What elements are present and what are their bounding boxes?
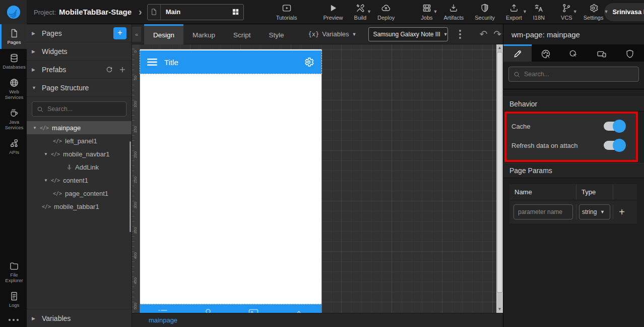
rail-item-label: Java Services	[2, 120, 27, 131]
tab-script[interactable]: Script	[224, 24, 260, 44]
image-icon[interactable]	[247, 307, 260, 313]
tab-style[interactable]: Style	[260, 24, 293, 44]
tree-scrollbar[interactable]	[130, 141, 131, 232]
hamburger-icon[interactable]	[147, 58, 157, 66]
inspector-tab-cursor-click[interactable]	[560, 44, 588, 62]
preview-button[interactable]: Preview	[322, 3, 344, 21]
property-search-wrap	[503, 62, 644, 88]
tree-node-mobile_navbar1[interactable]: ▼</>mobile_navbar1	[27, 147, 132, 160]
tab-markup[interactable]: Markup	[183, 24, 224, 44]
deploy-button[interactable]: Deploy	[376, 3, 396, 21]
export-button[interactable]: Export ▼	[505, 3, 523, 21]
inspector-tab-pencil[interactable]	[503, 44, 532, 62]
tutorials-button[interactable]: Tutorials	[275, 3, 298, 21]
page-structure-tree: ▼</>mainpage</>left_panel1▼</>mobile_nav…	[27, 121, 132, 213]
toggle-switch[interactable]	[604, 141, 624, 150]
tree-search-input[interactable]	[47, 105, 122, 113]
globe-icon	[9, 78, 19, 88]
ruler-tick-label: 0	[133, 50, 138, 52]
open-pages-strip: mainpage	[132, 313, 503, 327]
page-params-section-header[interactable]: Page Params	[503, 163, 644, 178]
scroll-up-icon[interactable]: ▲	[496, 44, 503, 51]
settings-button[interactable]: Settings ▼	[583, 3, 605, 21]
expand-arrow-icon[interactable]: ▼	[43, 178, 49, 183]
tab-design[interactable]: Design	[144, 24, 183, 44]
more-menu-button[interactable]	[0, 312, 27, 327]
variables-button[interactable]: {x} Variables ▼	[308, 30, 357, 38]
code-widget-icon: </>	[53, 138, 62, 144]
tree-node-mainpage[interactable]: ▼</>mainpage	[27, 121, 132, 134]
code-widget-icon: </>	[51, 151, 60, 157]
expand-arrow-icon[interactable]: ▼	[43, 152, 49, 156]
tree-node-left_panel1[interactable]: </>left_panel1	[27, 134, 132, 147]
ruler-tick-label: 400	[133, 252, 138, 259]
phone-preview[interactable]: Title	[140, 49, 321, 313]
sidebar-item-apis[interactable]: APIs	[0, 134, 27, 159]
property-search-input[interactable]	[524, 71, 634, 78]
scroll-down-icon[interactable]: ▼	[496, 306, 503, 313]
inspector-tab-devices[interactable]	[588, 44, 616, 62]
mobile-tabbar-widget[interactable]	[140, 304, 321, 313]
sidebar-item-databases[interactable]: Databases	[0, 49, 27, 74]
sidebar-item-file-explorer[interactable]: File Explorer	[0, 257, 27, 287]
code-widget-icon: </>	[40, 125, 49, 131]
section-variables[interactable]: ▶ Variables	[27, 309, 132, 327]
server-icon	[422, 3, 432, 13]
add-prefab-button[interactable]	[118, 66, 126, 74]
inspector-tab-shield-outline[interactable]	[616, 44, 644, 62]
tree-node-content1[interactable]: ▼</>content1	[27, 174, 132, 187]
artifacts-button[interactable]: Artifacts	[443, 3, 465, 21]
sidebar-item-web-services[interactable]: Web Services	[0, 74, 27, 104]
vcs-button[interactable]: VCS ▼	[560, 3, 573, 21]
tree-node-AddLink[interactable]: AddLink	[27, 160, 132, 174]
device-select[interactable]: Samsung Galaxy Note III ▼	[368, 27, 448, 41]
user-icon[interactable]	[202, 307, 214, 313]
sidebar-item-java-services[interactable]: Java Services	[0, 104, 27, 134]
redo-button[interactable]: ↷	[493, 29, 501, 39]
param-type-value: string	[582, 208, 599, 215]
tree-node-page_content1[interactable]: </>page_content1	[27, 187, 132, 200]
refresh-icon[interactable]	[105, 66, 113, 74]
behavior-section-header[interactable]: Behavior	[503, 96, 644, 112]
section-pages[interactable]: ▶ Pages+	[27, 24, 132, 42]
toggle-switch[interactable]	[604, 122, 624, 131]
i18n-button[interactable]: I18N	[532, 3, 546, 21]
build-button[interactable]: Build ▼	[353, 3, 367, 21]
section-prefabs[interactable]: ▶ Prefabs	[27, 61, 132, 79]
user-menu[interactable]: Srinivasa Boyina SB	[604, 3, 644, 21]
param-name-input[interactable]	[513, 204, 573, 220]
expand-arrow-icon[interactable]: ▼	[32, 126, 38, 130]
undo-button[interactable]: ↶	[479, 29, 487, 39]
design-canvas[interactable]: 050100150200250300350400450500 Title	[132, 44, 503, 313]
scrollbar-thumb[interactable]	[497, 52, 502, 293]
page-content-widget[interactable]	[140, 74, 321, 304]
section-page-structure[interactable]: ▼ Page Structure	[27, 79, 132, 97]
security-button[interactable]: Security	[474, 3, 496, 21]
canvas-scrollbar[interactable]: ▲ ▼	[496, 44, 503, 313]
sidebar-item-logs[interactable]: Logs	[0, 287, 27, 312]
chevron-down-icon: ▼	[573, 9, 577, 14]
jobs-button[interactable]: Jobs ▼	[420, 3, 433, 21]
add-page-button[interactable]: +	[113, 27, 126, 39]
device-select-value: Samsung Galaxy Note III	[373, 31, 440, 38]
grid-icon[interactable]	[228, 8, 243, 16]
sidebar-item-pages[interactable]: Pages	[0, 24, 27, 49]
wavemaker-logo[interactable]	[0, 0, 27, 24]
mobile-navbar-widget[interactable]: Title	[140, 50, 321, 74]
page-selector[interactable]: Main	[147, 4, 244, 20]
code-widget-icon: </>	[53, 191, 62, 196]
collapse-left-panel-button[interactable]: «	[132, 27, 141, 42]
chevron-down-icon: ▼	[367, 9, 371, 14]
inspector-tab-palette[interactable]	[532, 44, 560, 62]
list-icon[interactable]	[157, 307, 169, 313]
page-tab-mainpage[interactable]: mainpage	[149, 316, 177, 324]
tree-node-mobile_tabbar1[interactable]: </>mobile_tabbar1	[27, 200, 132, 213]
more-options-button[interactable]	[456, 28, 464, 41]
add-param-button[interactable]: +	[613, 206, 630, 218]
action-label: Tutorials	[276, 15, 297, 21]
section-widgets[interactable]: ▶ Widgets	[27, 42, 132, 61]
code-widget-icon: </>	[51, 178, 60, 183]
chevron-up-icon[interactable]	[293, 307, 305, 313]
navbar-gear-icon[interactable]	[303, 57, 314, 68]
param-type-select[interactable]: string ▼	[579, 204, 610, 220]
